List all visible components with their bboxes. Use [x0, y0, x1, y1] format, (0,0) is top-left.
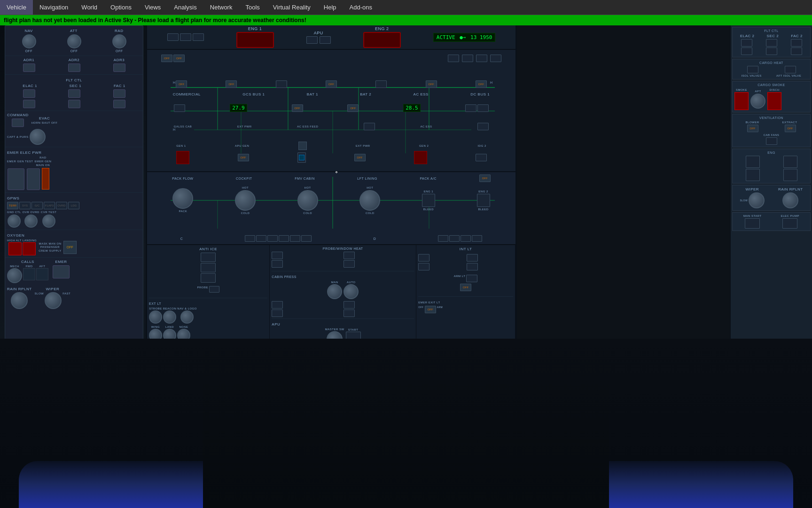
fmv-knob[interactable]: [297, 190, 318, 211]
menu-tools[interactable]: Tools: [239, 0, 266, 15]
menu-addons[interactable]: Add-ons: [343, 0, 379, 15]
pump-row-7[interactable]: OFF: [476, 80, 487, 88]
pump-btn-2[interactable]: OFF: [173, 55, 185, 62]
pump-row-1[interactable]: OFF: [176, 80, 187, 88]
eng-r-btn-3[interactable]: [746, 169, 760, 181]
eng1-fire-handle[interactable]: [236, 32, 274, 48]
pump-row-5[interactable]: [375, 80, 387, 88]
att-knob[interactable]: [67, 34, 81, 48]
elac1-btn2[interactable]: [23, 100, 35, 108]
elec-btn-2[interactable]: [462, 55, 473, 62]
wing-ai-btn[interactable]: [201, 273, 216, 283]
adr1-btn[interactable]: [23, 64, 35, 72]
arm-lt-btn[interactable]: [466, 275, 477, 282]
cond-btn-4[interactable]: [279, 235, 289, 242]
probe-4-btn[interactable]: [344, 260, 355, 268]
ldg-btn[interactable]: LDG: [68, 202, 79, 209]
ext-pwr-btn[interactable]: [364, 123, 375, 130]
rad-knob[interactable]: [112, 34, 126, 48]
cvr-test-knob[interactable]: [42, 214, 55, 228]
fwd-isol-btn[interactable]: [747, 66, 758, 73]
menu-vehicle[interactable]: Vehicle: [0, 0, 33, 15]
terr-btn[interactable]: TERR: [7, 202, 18, 209]
menu-vr[interactable]: Virtual Reality: [266, 0, 317, 15]
menu-navigation[interactable]: Navigation: [33, 0, 75, 15]
probe-3-btn[interactable]: [272, 260, 283, 268]
menu-world[interactable]: World: [75, 0, 104, 15]
ac-sw-2[interactable]: [477, 104, 489, 112]
cockpit-temp-knob[interactable]: [235, 190, 256, 211]
pump-btn-1[interactable]: OFF: [161, 55, 172, 62]
cond-btn-5[interactable]: [290, 235, 300, 242]
flap3-btn[interactable]: FLAP3: [44, 202, 55, 209]
cab-fans-btn[interactable]: [766, 137, 777, 145]
high-alt-btn2[interactable]: [23, 242, 36, 255]
menu-network[interactable]: Network: [203, 0, 239, 15]
elac1-btn[interactable]: [23, 89, 35, 98]
probe-1-btn[interactable]: [272, 252, 283, 259]
elec-btn-3[interactable]: [476, 55, 487, 62]
elac2-btn[interactable]: [741, 39, 752, 47]
aft-htr-btn[interactable]: [785, 66, 796, 73]
cond-btn-1[interactable]: [245, 235, 255, 242]
strobe-knob[interactable]: [149, 310, 162, 324]
fac2-btn2[interactable]: [791, 48, 802, 55]
eng-r-btn-1[interactable]: [746, 156, 760, 168]
emer-btn[interactable]: [53, 265, 70, 278]
intlt-btn-1[interactable]: [418, 254, 429, 262]
mode-sel-btn[interactable]: [344, 310, 355, 317]
ldg-elev-btn[interactable]: [344, 301, 355, 309]
pump-row-6[interactable]: OFF: [426, 80, 437, 88]
pump-row-3[interactable]: [276, 80, 287, 88]
intlt-btn-3[interactable]: [418, 263, 429, 270]
pump-row-2[interactable]: OFF: [226, 80, 237, 88]
sec1-btn2[interactable]: [68, 100, 80, 108]
ext-pwr-sw[interactable]: OFF: [354, 154, 366, 161]
pack-flow-knob[interactable]: [172, 188, 193, 209]
adr2b-btn[interactable]: [113, 64, 125, 72]
commercial-btn[interactable]: [174, 104, 185, 112]
man-start-btn[interactable]: [745, 218, 760, 229]
nav-logo-knob[interactable]: [180, 310, 194, 324]
eng2-fire-handle[interactable]: [363, 32, 401, 48]
extract-btn[interactable]: OFF: [785, 125, 796, 132]
sec1-btn[interactable]: [68, 89, 80, 98]
hot-air-btn[interactable]: OFF: [479, 175, 491, 182]
fac1-btn2[interactable]: [113, 100, 125, 108]
menu-views[interactable]: Views: [138, 0, 167, 15]
intlt-btn-4[interactable]: [467, 263, 478, 270]
cond-btn-6[interactable]: [301, 235, 312, 242]
bat2-sw[interactable]: OFF: [347, 104, 359, 112]
gc-btn[interactable]: G/C: [31, 202, 43, 209]
nav-knob[interactable]: [22, 34, 36, 48]
bus-tie-btn[interactable]: [297, 152, 306, 163]
elec-btn-1[interactable]: [448, 55, 459, 62]
rad-btn[interactable]: [27, 168, 40, 190]
emer-exit-btn[interactable]: OFF: [425, 306, 436, 313]
high-alt-btn[interactable]: [8, 242, 22, 255]
cond-btn-3[interactable]: [267, 235, 278, 242]
oxygen-off-btn[interactable]: OFF: [63, 241, 77, 254]
vs-ctl-btn[interactable]: [272, 310, 283, 317]
elec-pump-btn[interactable]: [782, 218, 797, 229]
eng1-ai-btn[interactable]: [201, 253, 216, 262]
gen1-btn[interactable]: [176, 151, 189, 164]
bat1-sw[interactable]: OFF: [292, 104, 303, 112]
cond-btn-7[interactable]: [438, 235, 448, 242]
probe-btn[interactable]: [209, 286, 219, 293]
ditching-btn[interactable]: [272, 301, 283, 309]
cab-press-auto-knob[interactable]: [344, 284, 359, 299]
cab-press-man-knob[interactable]: [327, 284, 342, 299]
blower-btn[interactable]: OFF: [747, 125, 758, 132]
sec2-btn[interactable]: [766, 39, 777, 47]
menu-analysis[interactable]: Analysis: [167, 0, 203, 15]
off-intlt-btn[interactable]: OFF: [460, 284, 471, 291]
aft-knob[interactable]: [359, 190, 380, 211]
smoke-knob[interactable]: [750, 94, 765, 109]
top-btn-2[interactable]: [180, 33, 191, 41]
ovrd-btn[interactable]: OVRD: [56, 202, 67, 209]
beacon-knob[interactable]: [163, 310, 176, 324]
top-btn-1[interactable]: [167, 33, 179, 41]
sys-btn[interactable]: SYS: [19, 202, 31, 209]
mech-knob[interactable]: [7, 268, 22, 283]
